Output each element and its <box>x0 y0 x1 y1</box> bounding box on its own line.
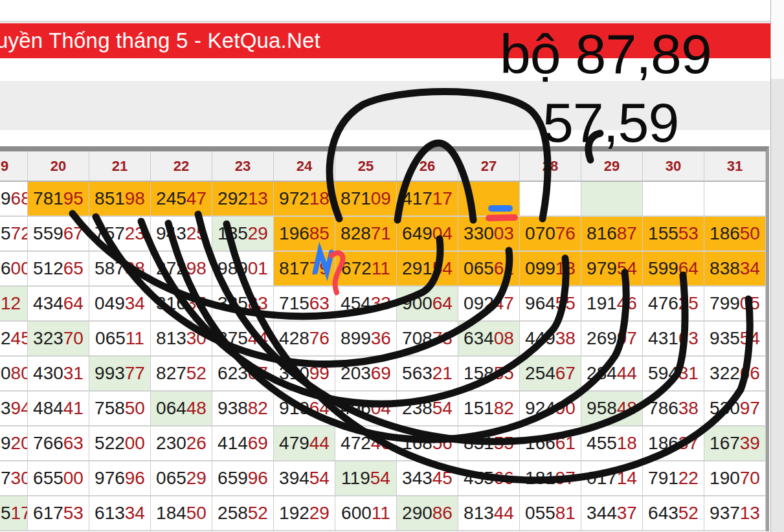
digits-black: 938 <box>218 398 248 419</box>
result-cell-r5-23: 37544 <box>212 322 274 357</box>
digits-red: 66 <box>740 363 760 384</box>
digits-red: 44 <box>617 363 637 384</box>
result-cell-r5-31: 93554 <box>704 322 766 357</box>
digits-red: 05 <box>740 293 760 314</box>
digits-red: 18 <box>617 433 637 454</box>
digits-red: 98 <box>186 258 207 279</box>
digits-black: 192 <box>279 503 309 524</box>
result-cell-r6-29: 28444 <box>581 357 643 392</box>
digits-red: 99 <box>309 363 330 384</box>
digits-red: 13 <box>248 188 268 209</box>
result-cell-r2-28: 07076 <box>520 217 581 252</box>
col-header-24: 24 <box>274 151 335 182</box>
digits-red: 50 <box>125 398 145 419</box>
digits-black: 269 <box>587 328 617 349</box>
result-cell-r9-22: 06529 <box>151 461 212 496</box>
digits-red: 11 <box>372 503 390 524</box>
col-header-22: 22 <box>151 151 212 182</box>
digits-red: 56 <box>432 433 453 454</box>
digits-black: 196 <box>279 223 309 244</box>
digits-black: 993 <box>95 363 125 384</box>
digits-red: 37 <box>678 433 699 454</box>
col-header-28: 28 <box>520 151 581 182</box>
result-cell-r5-9: 245 <box>0 322 28 357</box>
digits-red: 69 <box>371 363 391 384</box>
digits-black: 385 <box>218 293 248 314</box>
result-cell-r6-31: 32266 <box>704 357 766 392</box>
digits-red: 50 <box>186 503 207 524</box>
result-cell-r1-23: 29213 <box>212 182 274 217</box>
result-cell-r10-28: 05581 <box>520 496 581 531</box>
digits-black: 799 <box>710 293 740 314</box>
digits-red: 31 <box>63 363 84 384</box>
digits-red: 29 <box>186 468 207 489</box>
result-cell-r7-27: 15182 <box>458 392 520 427</box>
digits-black: 9 <box>1 188 11 209</box>
col-header-25: 25 <box>335 151 397 182</box>
result-cell-r6-26: 56321 <box>397 357 458 392</box>
digits-red: 90 <box>555 398 576 419</box>
digits-red: 68 <box>11 188 28 209</box>
result-cell-r4-9: 12 <box>0 287 28 322</box>
digits-red: 46 <box>617 293 637 314</box>
digits-red: 34 <box>125 293 145 314</box>
digits-black: 958 <box>587 398 617 419</box>
result-cell-r2-30: 15553 <box>643 217 704 252</box>
digits-black: 238 <box>402 398 432 419</box>
result-cell-r9-25: 11954 <box>335 461 397 496</box>
result-cell-r10-22: 18450 <box>151 496 212 531</box>
digits-red: 97 <box>617 328 637 349</box>
result-cell-r7-28: 92490 <box>520 392 581 427</box>
digits-red: 63 <box>678 328 699 349</box>
result-cell-r2-9: 572 <box>0 217 28 252</box>
result-cell-r10-20: 61753 <box>28 496 89 531</box>
digits-black: 290 <box>402 503 432 524</box>
digits-red: 39 <box>740 433 760 454</box>
result-cell-r6-23: 62307 <box>212 357 274 392</box>
result-cell-r2-29: 81687 <box>581 217 643 252</box>
digits-black: 394 <box>279 468 309 489</box>
digits-red: 21 <box>432 363 453 384</box>
digits-red: 76 <box>555 223 576 244</box>
result-cell-r9-28: 18197 <box>520 461 581 496</box>
digits-black: 155 <box>648 223 678 244</box>
digits-black: 135 <box>218 223 248 244</box>
digits-black: 900 <box>402 293 432 314</box>
digits-red: 64 <box>432 293 453 314</box>
result-cell-r10-30: 64352 <box>643 496 704 531</box>
digits-black: 512 <box>33 258 63 279</box>
result-cell-r8-31: 16739 <box>704 427 766 461</box>
digits-red: 54 <box>309 468 330 489</box>
digits-red: 45 <box>432 468 453 489</box>
result-cell-r5-25: 89936 <box>335 322 397 357</box>
digits-red: 18 <box>309 188 330 209</box>
digits-red: 45 <box>11 328 28 349</box>
digits-red: 35 <box>186 293 207 314</box>
digits-red: 14 <box>617 468 637 489</box>
digits-red: 67 <box>555 363 576 384</box>
digits-red: 66 <box>494 468 514 489</box>
digits-black: 649 <box>402 223 432 244</box>
digits-black: 989 <box>218 258 248 279</box>
digits-black: 851 <box>95 188 125 209</box>
digits-black: 9 <box>1 433 11 454</box>
digits-black: 203 <box>341 363 371 384</box>
digits-red: 61 <box>494 258 514 279</box>
result-cell-r5-27: 63408 <box>458 322 520 357</box>
result-cell-r3-23: 98901 <box>212 252 274 287</box>
digits-red: 80 <box>11 363 28 384</box>
col-header-29: 29 <box>581 151 643 182</box>
result-cell-r7-20: 48441 <box>28 392 89 427</box>
result-cell-r3-27: 06561 <box>458 252 520 287</box>
result-cell-r9-21: 97696 <box>89 461 151 496</box>
result-cell-r9-31: 19070 <box>704 461 766 496</box>
col-header-31: 31 <box>704 151 766 182</box>
digits-black: 7 <box>1 468 11 489</box>
col-header-26: 26 <box>397 151 458 182</box>
result-cell-r4-22: 31635 <box>151 287 212 322</box>
digits-black: 484 <box>33 398 63 419</box>
result-cell-r1-27 <box>458 182 520 217</box>
result-cell-r2-22: 94325 <box>151 217 212 252</box>
result-cell-r8-29: 45518 <box>581 427 643 461</box>
digits-red: 30 <box>11 468 28 489</box>
